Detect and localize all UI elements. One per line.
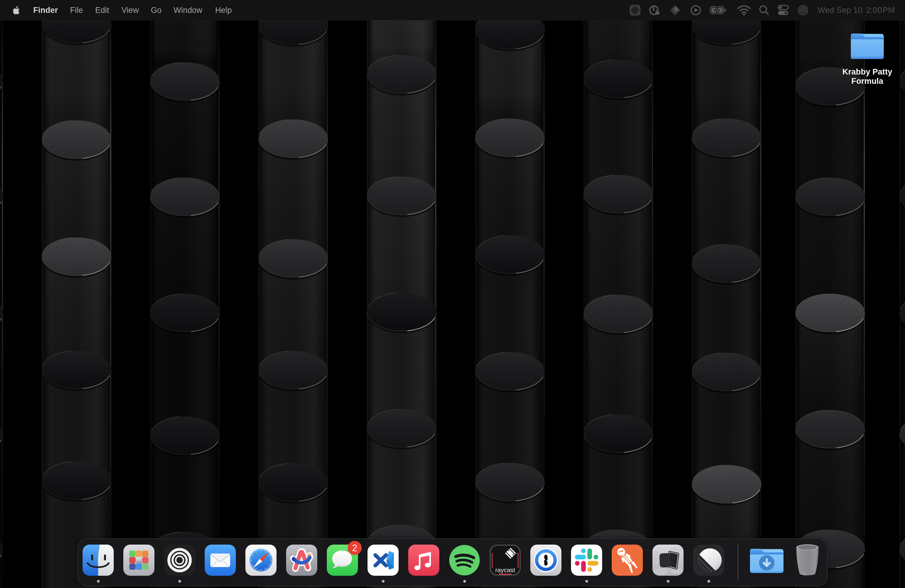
svg-text:raycast: raycast [495, 566, 515, 573]
svg-text:2: 2 [352, 543, 357, 553]
